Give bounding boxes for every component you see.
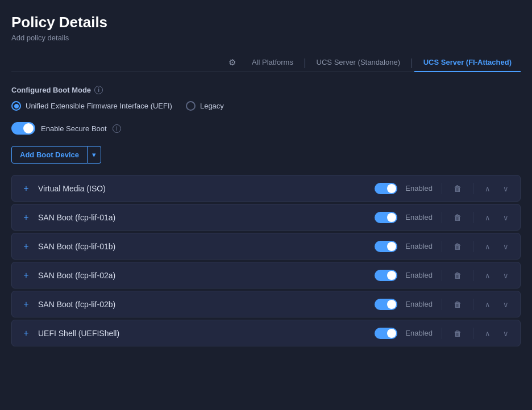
divider [442,299,442,310]
tab-separator-2: | [409,57,414,69]
delete-boot-device-button[interactable]: 🗑 [451,299,464,310]
secure-boot-info-icon[interactable]: i [113,124,121,133]
delete-boot-device-button[interactable]: 🗑 [451,183,464,194]
move-down-button[interactable] [501,211,511,223]
boot-device-enabled-label: Enabled [405,329,433,337]
delete-boot-device-button[interactable]: 🗑 [451,328,464,339]
delete-boot-device-button[interactable]: 🗑 [451,270,464,281]
filter-icon: ⚙ [228,57,236,68]
divider [442,241,442,252]
tab-all-platforms[interactable]: All Platforms [243,53,302,72]
divider [473,212,473,223]
boot-device-toggle[interactable] [375,270,397,281]
chevron-up-icon [485,299,491,309]
chevron-down-icon [503,183,509,193]
chevron-down-icon: ▾ [92,150,96,159]
divider [473,241,473,252]
boot-device-controls: Enabled 🗑 [375,327,511,339]
radio-legacy-circle [186,101,196,111]
boot-device-toggle[interactable] [375,328,397,339]
move-up-button[interactable] [483,182,493,194]
page-title: Policy Details [11,14,521,31]
boot-device-controls: Enabled 🗑 [375,211,511,223]
boot-device-name: SAN Boot (fcp-lif-02a) [38,271,368,280]
expand-icon[interactable]: + [21,183,31,194]
move-up-button[interactable] [483,211,493,223]
boot-device-controls: Enabled 🗑 [375,269,511,281]
move-down-button[interactable] [501,298,511,310]
radio-legacy[interactable]: Legacy [186,101,224,111]
boot-device-toggle[interactable] [375,183,397,194]
move-up-button[interactable] [483,269,493,281]
move-down-button[interactable] [501,240,511,252]
chevron-up-icon [485,212,491,222]
boot-device-item: + SAN Boot (fcp-lif-02b) Enabled 🗑 [11,291,521,317]
delete-boot-device-button[interactable]: 🗑 [451,241,464,252]
boot-device-enabled-label: Enabled [405,184,433,193]
divider [473,299,473,310]
move-up-button[interactable] [483,240,493,252]
divider [473,270,473,281]
boot-device-enabled-label: Enabled [405,242,433,250]
radio-uefi-label: Unified Extensible Firmware Interface (U… [26,102,172,110]
divider [473,328,473,339]
chevron-down-icon [503,241,509,251]
chevron-down-icon [503,299,509,309]
move-up-button[interactable] [483,327,493,339]
move-up-button[interactable] [483,298,493,310]
boot-device-item: + SAN Boot (fcp-lif-02a) Enabled 🗑 [11,262,521,288]
tab-ucs-standalone[interactable]: UCS Server (Standalone) [307,53,409,72]
chevron-down-icon [503,212,509,222]
boot-device-controls: Enabled 🗑 [375,298,511,310]
boot-device-name: UEFI Shell (UEFIShell) [38,329,368,338]
add-boot-device-button[interactable]: Add Boot Device [11,146,88,164]
chevron-up-icon [485,328,491,338]
boot-device-controls: Enabled 🗑 [375,240,511,252]
boot-device-item: + SAN Boot (fcp-lif-01b) Enabled 🗑 [11,233,521,260]
divider [442,328,442,339]
add-boot-device-group: Add Boot Device ▾ [11,146,521,164]
secure-boot-row: Enable Secure Boot i [11,122,521,135]
boot-device-toggle[interactable] [375,299,397,310]
tab-separator-1: | [302,57,307,69]
move-down-button[interactable] [501,182,511,194]
chevron-up-icon [485,183,491,193]
secure-boot-label: Enable Secure Boot [41,124,107,133]
boot-device-name: Virtual Media (ISO) [38,184,368,193]
delete-boot-device-button[interactable]: 🗑 [451,212,464,223]
divider [442,183,442,194]
tab-ucs-fi-attached[interactable]: UCS Server (FI-Attached) [414,53,521,72]
boot-device-enabled-label: Enabled [405,271,433,279]
move-down-button[interactable] [501,327,511,339]
expand-icon[interactable]: + [21,299,31,309]
boot-device-item: + SAN Boot (fcp-lif-01a) Enabled 🗑 [11,204,521,231]
boot-device-item: + UEFI Shell (UEFIShell) Enabled 🗑 [11,320,521,346]
radio-uefi[interactable]: Unified Extensible Firmware Interface (U… [11,101,172,111]
chevron-down-icon [503,270,509,280]
move-down-button[interactable] [501,269,511,281]
boot-mode-radio-group: Unified Extensible Firmware Interface (U… [11,101,521,111]
boot-device-item: + Virtual Media (ISO) Enabled 🗑 [11,175,521,202]
expand-icon[interactable]: + [21,212,31,223]
boot-device-enabled-label: Enabled [405,213,433,221]
boot-device-name: SAN Boot (fcp-lif-02b) [38,300,368,309]
chevron-down-icon [503,328,509,338]
boot-device-toggle[interactable] [375,212,397,223]
divider [473,183,473,194]
expand-icon[interactable]: + [21,270,31,281]
divider [442,212,442,223]
secure-boot-toggle[interactable] [11,122,35,135]
page-subtitle: Add policy details [11,34,521,42]
divider [442,270,442,281]
expand-icon[interactable]: + [21,328,31,338]
boot-device-name: SAN Boot (fcp-lif-01b) [38,242,368,251]
boot-device-toggle[interactable] [375,241,397,252]
boot-device-name: SAN Boot (fcp-lif-01a) [38,213,368,222]
expand-icon[interactable]: + [21,241,31,252]
boot-mode-label: Configured Boot Mode i [11,86,521,94]
boot-device-controls: Enabled 🗑 [375,182,511,194]
boot-mode-info-icon[interactable]: i [94,86,103,94]
chevron-up-icon [485,270,491,280]
add-boot-device-dropdown-button[interactable]: ▾ [88,146,101,164]
radio-uefi-circle [11,101,21,111]
